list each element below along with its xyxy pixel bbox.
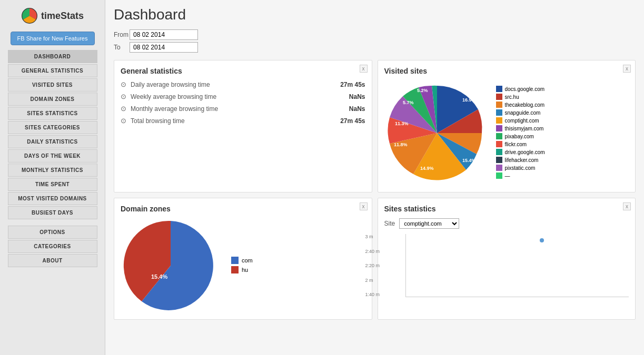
sidebar: timeStats FB Share for New Features Dash… bbox=[0, 0, 105, 355]
sidebar-item-sites-categories[interactable]: Sites Categories bbox=[8, 121, 97, 134]
svg-text:16.9%: 16.9% bbox=[462, 97, 476, 103]
general-statistics-close[interactable]: x bbox=[360, 65, 368, 73]
sites-statistics-close[interactable]: x bbox=[623, 202, 631, 210]
visited-sites-close[interactable]: x bbox=[623, 65, 631, 73]
y-label-2m: 2 m bbox=[365, 278, 380, 283]
sidebar-item-sites-statistics[interactable]: Sites Statistics bbox=[8, 107, 97, 120]
legend-item-7: flickr.com bbox=[496, 141, 545, 147]
svg-text:15.4%: 15.4% bbox=[462, 158, 476, 163]
y-label-240m: 2:40 m bbox=[365, 249, 380, 254]
domain-legend-com: com bbox=[231, 257, 253, 264]
legend-item-0: docs.google.com bbox=[496, 86, 545, 92]
from-input[interactable] bbox=[130, 29, 198, 40]
from-row: From bbox=[114, 29, 636, 40]
stat-value-daily: 27m 45s bbox=[340, 81, 365, 88]
app-logo: timeStats bbox=[16, 5, 89, 26]
domain-zones-legend: com hu bbox=[231, 257, 253, 275]
clock-icon-1: ⊙ bbox=[121, 80, 126, 88]
svg-text:11.8%: 11.8% bbox=[394, 142, 408, 147]
legend-item-1: src.hu bbox=[496, 94, 545, 100]
y-label-220m: 2:20 m bbox=[365, 263, 380, 268]
to-label: To bbox=[114, 44, 130, 51]
svg-text:5.7%: 5.7% bbox=[403, 100, 414, 105]
sites-chart-area bbox=[405, 234, 629, 297]
legend-item-4: comptight.com bbox=[496, 117, 545, 124]
stat-row-monthly: ⊙ Monthly average browsing time NaNs bbox=[121, 105, 365, 113]
sidebar-item-options[interactable]: Options bbox=[8, 226, 97, 239]
clock-icon-2: ⊙ bbox=[121, 93, 126, 100]
legend-item-3: snapguide.com bbox=[496, 109, 545, 116]
sites-statistics-title: Sites statistics bbox=[384, 205, 629, 213]
svg-text:11.3%: 11.3% bbox=[395, 121, 409, 126]
chart-y-labels: 3 m 2:40 m 2:20 m 2 m 1:40 m bbox=[365, 234, 380, 297]
domain-zones-title: Domain zones bbox=[121, 205, 365, 213]
sidebar-item-visited-sites[interactable]: Visited Sites bbox=[8, 78, 97, 92]
page-title: Dashboard bbox=[114, 6, 636, 23]
general-statistics-widget: General statistics x ⊙ Daily average bro… bbox=[114, 60, 372, 192]
to-input[interactable] bbox=[130, 42, 198, 53]
stat-value-weekly: NaNs bbox=[349, 93, 365, 100]
sidebar-item-days-of-the-week[interactable]: Days of the Week bbox=[8, 149, 97, 163]
stat-label-total: Total browsing time bbox=[131, 117, 340, 125]
stat-label-daily: Daily average browsing time bbox=[131, 81, 340, 88]
sidebar-item-categories[interactable]: Categories bbox=[8, 240, 97, 253]
site-select-dropdown[interactable]: comptight.com docs.google.com flickr.com… bbox=[399, 218, 459, 229]
clock-icon-4: ⊙ bbox=[121, 117, 126, 125]
svg-text:15.4%: 15.4% bbox=[151, 273, 167, 280]
to-row: To bbox=[114, 42, 636, 53]
from-label: From bbox=[114, 31, 130, 38]
fb-share-button[interactable]: FB Share for New Features bbox=[11, 32, 95, 45]
sidebar-item-about[interactable]: About bbox=[8, 254, 97, 267]
stat-row-total: ⊙ Total browsing time 27m 45s bbox=[121, 117, 365, 125]
visited-sites-legend: docs.google.com src.hu thecakeblog.com s… bbox=[496, 86, 545, 180]
legend-item-10: pixstatic.com bbox=[496, 165, 545, 171]
domain-zones-close[interactable]: x bbox=[360, 202, 368, 210]
y-label-140m: 1:40 m bbox=[365, 292, 380, 297]
svg-text:14.9%: 14.9% bbox=[420, 166, 434, 171]
domain-zones-pie-chart: 15.4% bbox=[121, 218, 221, 313]
legend-item-5: thisismyjam.com bbox=[496, 125, 545, 131]
visited-sites-title: Visited sites bbox=[384, 67, 629, 75]
visited-sites-pie-container: 16.9% 15.4% 14.9% 11.8% 11.3% 5.7% 5.2% … bbox=[384, 80, 629, 186]
stat-row-weekly: ⊙ Weekly average browsing time NaNs bbox=[121, 93, 365, 100]
general-statistics-title: General statistics bbox=[121, 67, 365, 75]
legend-item-2: thecakeblog.com bbox=[496, 102, 545, 108]
domain-legend-hu: hu bbox=[231, 266, 253, 273]
widgets-grid: General statistics x ⊙ Daily average bro… bbox=[114, 60, 636, 320]
domain-zones-widget: Domain zones x 15.4% com bbox=[114, 198, 372, 320]
visited-sites-widget: Visited sites x bbox=[378, 60, 636, 192]
sites-statistics-widget: Sites statistics x Site comptight.com do… bbox=[378, 198, 636, 320]
y-label-3m: 3 m bbox=[365, 234, 380, 239]
chart-data-point bbox=[540, 238, 544, 242]
sidebar-item-busiest-days[interactable]: Busiest Days bbox=[8, 206, 97, 219]
stat-label-monthly: Monthly average browsing time bbox=[131, 105, 349, 113]
sidebar-item-domain-zones[interactable]: Domain Zones bbox=[8, 93, 97, 106]
sites-chart-wrapper: 3 m 2:40 m 2:20 m 2 m 1:40 m bbox=[384, 234, 629, 297]
sidebar-item-daily-statistics[interactable]: Daily Statistics bbox=[8, 135, 97, 148]
stat-row-daily: ⊙ Daily average browsing time 27m 45s bbox=[121, 80, 365, 88]
site-select-label: Site bbox=[384, 220, 395, 227]
clock-icon-3: ⊙ bbox=[121, 105, 126, 113]
sidebar-item-dashboard[interactable]: Dashboard bbox=[8, 50, 97, 63]
main-content: Dashboard From To General statistics x ⊙… bbox=[105, 0, 644, 355]
legend-item-8: drive.google.com bbox=[496, 149, 545, 155]
sidebar-item-time-spent[interactable]: Time Spent bbox=[8, 178, 97, 191]
sidebar-item-most-visited-domains[interactable]: Most Visited Domains bbox=[8, 192, 97, 205]
stat-label-weekly: Weekly average browsing time bbox=[131, 93, 349, 100]
stat-value-monthly: NaNs bbox=[349, 105, 365, 113]
site-select-row: Site comptight.com docs.google.com flick… bbox=[384, 218, 629, 229]
legend-item-6: pixabay.com bbox=[496, 133, 545, 139]
legend-item-11: — bbox=[496, 173, 545, 179]
visited-sites-pie-chart: 16.9% 15.4% 14.9% 11.8% 11.3% 5.7% 5.2% bbox=[384, 80, 490, 186]
sidebar-item-general-statistics[interactable]: General Statistics bbox=[8, 64, 97, 77]
stat-value-total: 27m 45s bbox=[340, 117, 365, 125]
app-title: timeStats bbox=[41, 11, 84, 22]
legend-item-9: lifehacker.com bbox=[496, 157, 545, 163]
logo-icon bbox=[21, 7, 38, 24]
date-range: From To bbox=[114, 29, 636, 53]
domain-zones-pie-container: 15.4% com hu bbox=[121, 218, 365, 313]
sidebar-item-monthly-statistics[interactable]: Monthly Statistics bbox=[8, 164, 97, 177]
svg-text:5.2%: 5.2% bbox=[417, 88, 428, 93]
